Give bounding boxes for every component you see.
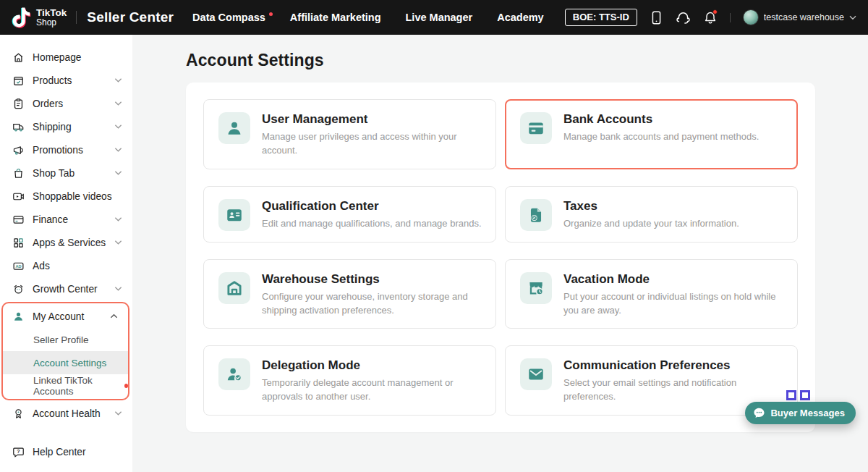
sidebar-item-ads[interactable]: AD Ads xyxy=(0,254,132,277)
chevron-down-icon xyxy=(114,410,122,416)
topbar-divider xyxy=(76,11,77,24)
user-name: testcase warehouse xyxy=(764,12,844,22)
chevron-down-icon xyxy=(114,147,122,153)
sidebar-item-finance[interactable]: Finance xyxy=(0,208,132,231)
account-health-icon xyxy=(12,408,25,420)
card-bank-accounts[interactable]: Bank Accounts Manage bank accounts and p… xyxy=(505,99,798,169)
home-icon xyxy=(12,51,25,64)
card-desc: Temporarily delegate account management … xyxy=(262,376,482,404)
products-box-icon xyxy=(12,75,25,87)
card-desc: Manage user privileges and access within… xyxy=(262,130,482,158)
sidebar-item-account-health[interactable]: Account Health xyxy=(0,402,132,425)
sidebar-item-homepage[interactable]: Homepage xyxy=(0,46,132,69)
card-title: Delegation Mode xyxy=(262,358,482,373)
nav-academy-label: Academy xyxy=(497,12,543,23)
card-text: Delegation Mode Temporarily delegate acc… xyxy=(262,356,482,404)
sidebar-item-shop-tab[interactable]: Shop Tab xyxy=(0,161,132,185)
sidebar-label: Homepage xyxy=(33,52,122,63)
nav-academy[interactable]: Academy xyxy=(497,12,543,23)
chevron-down-icon xyxy=(114,240,122,245)
card-desc: Manage bank accounts and payment methods… xyxy=(563,130,759,144)
sidebar-item-seller-profile[interactable]: Seller Profile xyxy=(3,328,128,351)
sidebar-label: Shipping xyxy=(33,122,106,132)
user-management-icon xyxy=(218,112,250,144)
sidebar: Homepage Products Orders Shipping Promot… xyxy=(0,35,132,472)
card-taxes[interactable]: Taxes Organize and update your tax infor… xyxy=(505,186,798,243)
sidebar-item-shipping[interactable]: Shipping xyxy=(0,115,132,138)
ads-icon: AD xyxy=(12,260,25,272)
sidebar-label: Ads xyxy=(33,261,122,271)
nav-data-compass[interactable]: Data Compass xyxy=(192,12,265,23)
environment-badge: BOE: TTS-ID xyxy=(565,9,637,26)
card-title: Communication Preferences xyxy=(563,358,784,373)
topbar-nav: Data Compass Affiliate Marketing Live Ma… xyxy=(192,12,544,23)
card-user-management[interactable]: User Management Manage user privileges a… xyxy=(203,99,496,169)
sidebar-label: Help Center xyxy=(33,447,122,458)
sidebar-item-my-account[interactable]: My Account xyxy=(3,305,128,328)
sidebar-item-account-settings[interactable]: Account Settings xyxy=(3,351,128,374)
topbar-right-cluster: BOE: TTS-ID testcase warehouse xyxy=(565,9,856,26)
card-title: Warehouse Settings xyxy=(262,272,482,287)
chevron-down-icon xyxy=(849,15,856,20)
sidebar-item-linked-tiktok-accounts[interactable]: Linked TikTok Accounts xyxy=(3,374,128,397)
logo-wordmark: TikTok Shop xyxy=(36,8,67,27)
chevron-down-icon xyxy=(114,170,122,176)
apps-grid-icon xyxy=(12,237,25,249)
notification-bell-icon[interactable] xyxy=(703,10,718,25)
card-text: User Management Manage user privileges a… xyxy=(262,110,482,158)
card-desc: Organize and update your tax information… xyxy=(563,217,739,231)
sidebar-item-growth-center[interactable]: Growth Center xyxy=(0,277,132,300)
card-desc: Select your email settings and notificat… xyxy=(563,376,784,404)
growth-center-icon xyxy=(12,283,25,295)
tiktok-note-icon xyxy=(12,7,31,28)
card-title: Qualification Center xyxy=(262,199,482,214)
sidebar-item-products[interactable]: Products xyxy=(0,69,132,92)
sidebar-item-shoppable-videos[interactable]: Shoppable videos xyxy=(0,185,132,208)
sidebar-item-orders[interactable]: Orders xyxy=(0,92,132,115)
card-desc: Configure your warehouse, inventory stor… xyxy=(262,290,482,318)
card-delegation-mode[interactable]: Delegation Mode Temporarily delegate acc… xyxy=(203,345,496,416)
shop-bag-icon xyxy=(12,167,25,180)
user-icon xyxy=(12,311,25,323)
finance-card-icon xyxy=(12,214,25,226)
settings-panel: User Management Manage user privileges a… xyxy=(186,83,815,432)
card-warehouse-settings[interactable]: Warehouse Settings Configure your wareho… xyxy=(203,259,496,329)
settings-grid: User Management Manage user privileges a… xyxy=(203,99,798,416)
shipping-truck-icon xyxy=(12,121,25,133)
seller-center-title[interactable]: Seller Center xyxy=(87,9,174,25)
card-text: Warehouse Settings Configure your wareho… xyxy=(262,270,482,318)
mobile-app-icon[interactable] xyxy=(650,10,664,25)
nav-affiliate-marketing[interactable]: Affiliate Marketing xyxy=(290,12,381,23)
nav-affiliate-marketing-label: Affiliate Marketing xyxy=(290,12,381,23)
user-check-icon xyxy=(218,358,250,390)
buyer-messages-button[interactable]: Buyer Messages xyxy=(745,402,856,424)
envelope-icon xyxy=(520,358,552,390)
sidebar-sub-label: Linked TikTok Accounts xyxy=(33,375,119,397)
card-vacation-mode[interactable]: Vacation Mode Put your account or indivi… xyxy=(505,259,798,329)
extension-overlay-squares xyxy=(786,390,810,400)
svg-text:AD: AD xyxy=(15,264,21,269)
card-text: Vacation Mode Put your account or indivi… xyxy=(563,270,784,318)
sidebar-label: Apps & Services xyxy=(33,237,106,248)
chevron-down-icon xyxy=(114,124,122,130)
logo-line2: Shop xyxy=(36,18,67,27)
account-menu[interactable]: testcase warehouse xyxy=(743,9,856,25)
sidebar-item-apps-services[interactable]: Apps & Services xyxy=(0,231,132,254)
tax-document-icon xyxy=(520,199,552,231)
chevron-up-icon xyxy=(110,313,118,319)
sidebar-label: My Account xyxy=(33,311,102,322)
support-headset-icon[interactable] xyxy=(676,10,691,25)
card-text: Communication Preferences Select your em… xyxy=(563,356,784,404)
notification-badge xyxy=(712,9,718,14)
sidebar-item-help-center[interactable]: ? Help Center xyxy=(0,440,132,463)
tiktok-shop-logo[interactable]: TikTok Shop xyxy=(12,7,67,28)
sidebar-item-promotions[interactable]: Promotions xyxy=(0,138,132,161)
purple-square-icon xyxy=(786,390,796,400)
card-qualification-center[interactable]: Qualification Center Edit and manage qua… xyxy=(203,186,496,243)
topbar-separator xyxy=(730,13,731,22)
orders-clipboard-icon xyxy=(12,98,25,110)
buyer-messages-label: Buyer Messages xyxy=(770,408,845,418)
my-account-annotated-group: My Account Seller Profile Account Settin… xyxy=(1,302,129,400)
sidebar-label: Shoppable videos xyxy=(33,191,122,202)
nav-live-manager[interactable]: Live Manager xyxy=(406,12,473,23)
